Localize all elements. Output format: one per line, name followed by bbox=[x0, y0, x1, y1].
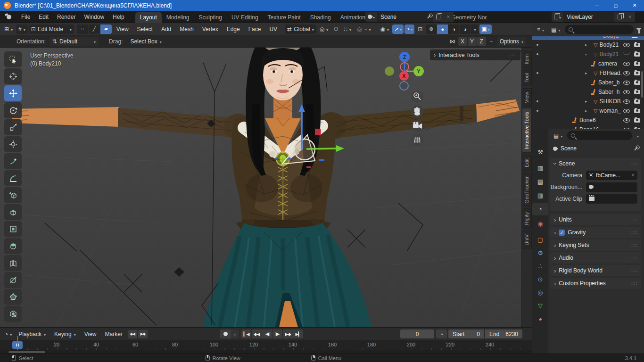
menu-uv[interactable]: UV bbox=[265, 26, 281, 33]
menu-select[interactable]: Select bbox=[133, 26, 157, 33]
expand-icon[interactable] bbox=[585, 99, 587, 104]
viewport-render-toggle[interactable]: ▣ bbox=[479, 25, 491, 34]
drag-grip-icon[interactable] bbox=[510, 52, 517, 58]
sidebar-tab-geotracker[interactable]: GeoTracker bbox=[522, 173, 532, 207]
proportional-editing-toggle[interactable]: ◎~ bbox=[355, 25, 373, 34]
mirror-x-button[interactable]: X bbox=[458, 37, 467, 46]
outliner-row[interactable]: Bone6 bbox=[532, 115, 644, 125]
drag-grip-icon[interactable] bbox=[630, 281, 637, 286]
tool-transform[interactable] bbox=[4, 136, 22, 152]
interactive-tools-panel-header[interactable]: Interactive Tools bbox=[430, 49, 520, 60]
snap-toggle[interactable]: Ω bbox=[331, 25, 340, 34]
hide-eye-icon[interactable] bbox=[623, 109, 630, 113]
outliner-row[interactable]: Bone16 bbox=[532, 125, 644, 129]
outliner-row[interactable]: Saber_b bbox=[532, 78, 644, 87]
menu-timeline-view[interactable]: View bbox=[80, 331, 101, 337]
sidebar-tab-univ[interactable]: UniV bbox=[522, 230, 532, 249]
drag-grip-icon[interactable] bbox=[630, 217, 637, 222]
tab-object-icon[interactable]: ▢ bbox=[532, 233, 548, 246]
outliner-row[interactable]: camera bbox=[532, 59, 644, 68]
timeline-editor-type-button[interactable]: ◔ bbox=[2, 329, 14, 339]
next-keyframe-button[interactable]: ▶◆ bbox=[283, 329, 293, 338]
disable-render-icon[interactable] bbox=[634, 71, 640, 75]
outliner-display-mode-dropdown[interactable]: ≡ bbox=[535, 25, 546, 34]
tool-add-cube[interactable] bbox=[4, 187, 22, 203]
tool-extrude-region[interactable] bbox=[4, 204, 22, 220]
maximize-button[interactable]: □ bbox=[606, 0, 625, 11]
sidebar-tab-item[interactable]: Item bbox=[522, 50, 532, 68]
active-clip-field[interactable] bbox=[586, 194, 637, 204]
close-button[interactable]: ✕ bbox=[625, 0, 644, 11]
gizmos-toggle[interactable]: ↗ bbox=[392, 25, 404, 34]
snap-with-dropdown[interactable]: ∷ bbox=[341, 25, 354, 34]
tab-texture-paint[interactable]: Texture Paint bbox=[263, 12, 305, 23]
tool-poly-build[interactable] bbox=[4, 289, 22, 305]
menu-vertex[interactable]: Vertex bbox=[198, 26, 222, 33]
show-gizmo-dropdown[interactable]: ◉ bbox=[378, 25, 391, 34]
menu-file[interactable]: File bbox=[17, 11, 34, 23]
tab-world-icon[interactable]: ◉ bbox=[532, 217, 548, 230]
outliner-row[interactable]: woman_ bbox=[532, 106, 644, 115]
properties-editor-type-button[interactable]: ▤ bbox=[551, 131, 565, 140]
sidebar-tab-tool[interactable]: Tool bbox=[522, 69, 532, 86]
properties-options-button[interactable] bbox=[635, 131, 641, 140]
hide-eye-icon[interactable] bbox=[623, 99, 630, 104]
disable-render-icon[interactable] bbox=[634, 118, 640, 123]
tool-rotate[interactable] bbox=[4, 102, 22, 118]
tool-bevel[interactable] bbox=[4, 238, 22, 254]
menu-mesh[interactable]: Mesh bbox=[176, 26, 197, 33]
pin-icon[interactable] bbox=[634, 147, 637, 150]
sidebar-tab-edit[interactable]: Edit bbox=[522, 155, 532, 171]
sidebar-tab-interactive-tools[interactable]: Interactive Tools bbox=[522, 108, 532, 153]
new-viewlayer-button[interactable] bbox=[614, 12, 625, 22]
sidebar-tab-view[interactable]: View bbox=[522, 88, 532, 107]
play-reverse-button[interactable]: ◀ bbox=[262, 329, 272, 338]
menu-marker[interactable]: Marker bbox=[101, 331, 127, 337]
outliner-scrollbar[interactable] bbox=[641, 71, 643, 98]
tool-annotate[interactable] bbox=[4, 153, 22, 169]
outliner-row[interactable]: FBHead. bbox=[532, 68, 644, 78]
wireframe-shading-button[interactable]: ⊛ bbox=[426, 25, 437, 34]
drag-grip-icon[interactable] bbox=[630, 255, 637, 261]
hide-eye-icon[interactable] bbox=[623, 118, 630, 123]
solid-shading-button[interactable]: ● bbox=[437, 25, 448, 34]
hide-eye-icon[interactable] bbox=[623, 90, 630, 94]
gravity-checkbox[interactable] bbox=[559, 230, 565, 236]
outliner-row[interactable]: Body21 bbox=[532, 40, 644, 49]
auto-keying-dropdown[interactable] bbox=[231, 329, 239, 338]
outliner-row[interactable]: SHIKOB bbox=[532, 97, 644, 106]
menu-playback[interactable]: Playback bbox=[14, 331, 50, 337]
disable-render-icon[interactable] bbox=[634, 81, 640, 85]
expand-icon[interactable] bbox=[585, 108, 587, 113]
menu-add[interactable]: Add bbox=[157, 26, 175, 33]
hide-eye-icon[interactable] bbox=[623, 81, 630, 85]
tab-material-icon[interactable]: ◕ bbox=[532, 313, 548, 325]
disable-render-icon[interactable] bbox=[634, 62, 640, 66]
expand-icon[interactable] bbox=[585, 42, 587, 47]
face-select-button[interactable]: ▰ bbox=[100, 25, 112, 34]
drag-grip-icon[interactable] bbox=[630, 268, 637, 273]
tab-physics-icon[interactable]: ⊙ bbox=[532, 273, 548, 286]
mirror-z-button[interactable]: Z bbox=[477, 37, 486, 46]
play-button[interactable]: ▶ bbox=[272, 329, 282, 338]
overlays-toggle[interactable]: ◔ bbox=[405, 25, 414, 34]
tab-layout[interactable]: Layout bbox=[135, 12, 162, 23]
horizontal-scrollbar[interactable] bbox=[8, 351, 45, 353]
tab-render-icon[interactable]: ▦ bbox=[532, 162, 548, 174]
blender-menu-icon[interactable] bbox=[5, 14, 13, 20]
unlink-scene-button[interactable] bbox=[443, 12, 454, 22]
tool-spin[interactable] bbox=[4, 306, 22, 322]
menu-edit[interactable]: Edit bbox=[34, 11, 53, 23]
custom-properties-panel[interactable]: Custom Properties bbox=[550, 278, 641, 289]
tool-cursor[interactable] bbox=[4, 68, 22, 84]
end-frame-field[interactable]: End6230 bbox=[485, 329, 522, 338]
expand-icon[interactable] bbox=[585, 52, 587, 57]
drag-grip-icon[interactable] bbox=[630, 161, 637, 166]
jump-to-end-button[interactable]: ▶▎ bbox=[293, 329, 303, 338]
auto-keying-button[interactable] bbox=[220, 329, 231, 338]
menu-view[interactable]: View bbox=[113, 26, 132, 33]
properties-search-input[interactable] bbox=[567, 131, 632, 140]
hidden-eye-icon[interactable] bbox=[623, 52, 630, 55]
editor-type-button[interactable]: ⊞ bbox=[2, 25, 15, 34]
tab-constraints-icon[interactable]: ◎ bbox=[532, 286, 548, 299]
